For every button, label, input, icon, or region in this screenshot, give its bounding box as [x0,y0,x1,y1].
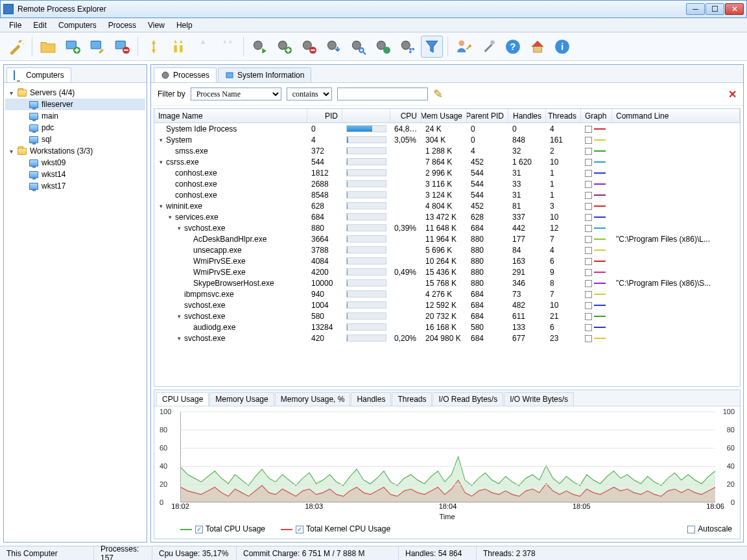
process-row[interactable]: ▾csrss.exe 544 7 864 K 452 1 620 10 [154,156,740,167]
refresh-button[interactable] [143,36,165,58]
gear-run-button[interactable] [248,36,270,58]
process-row[interactable]: ▾services.exe 684 13 472 K 628 337 10 [154,211,740,222]
user-key-button[interactable] [453,36,475,58]
menu-help[interactable]: Help [171,19,198,31]
graph-check[interactable] [585,335,592,342]
computers-tree[interactable]: ▾Servers (4/4)fileservermainpdcsql▾Works… [4,83,147,542]
info-button[interactable]: i [551,36,573,58]
process-row[interactable]: ▾svchost.exe 420 0,20% 204 980 K 684 677… [154,332,740,344]
edit-computer-button[interactable] [86,36,108,58]
process-row[interactable]: WmiPrvSE.exe 4084 10 264 K 880 163 6 [154,255,740,266]
chart-tab[interactable]: Memory Usage, % [275,392,351,406]
process-row[interactable]: ▾System 4 3,05% 304 K 0 848 161 [154,134,740,145]
chart-tab[interactable]: I/O Read Bytes/s [433,392,503,406]
chart-tab[interactable]: I/O Write Bytes/s [504,392,574,406]
refresh-all-button[interactable] [167,36,189,58]
process-row[interactable]: svchost.exe 1004 12 592 K 684 482 10 [154,299,740,310]
graph-check[interactable] [585,247,592,254]
chart-tab[interactable]: Threads [392,392,432,406]
graph-check[interactable] [585,313,592,320]
graph-check[interactable] [585,159,592,166]
column-header[interactable]: CPU [390,109,421,122]
process-row[interactable]: ▾svchost.exe 580 20 732 K 684 611 21 [154,310,740,321]
settings-button[interactable] [477,36,499,58]
column-header[interactable]: Image Name [154,109,307,122]
graph-check[interactable] [585,324,592,331]
chart-tab[interactable]: Memory Usage [209,392,274,406]
chart-tab[interactable]: Handles [351,392,391,406]
autoscale-check[interactable]: ✓ [687,526,695,533]
column-header[interactable]: Threads [546,109,581,122]
filter-field-select[interactable]: Process Name [191,88,281,100]
menu-computers[interactable]: Computers [53,19,102,31]
graph-check[interactable] [585,258,592,265]
graph-check[interactable] [585,280,592,287]
brush-icon[interactable]: ✎ [433,87,443,101]
tree-item[interactable]: wkst17 [5,180,145,192]
graph-check[interactable] [585,203,592,210]
filter-button[interactable] [421,36,443,58]
tree-item[interactable]: main [5,110,145,122]
tree-item[interactable]: ▾Workstations (3/3) [5,145,145,157]
gear-web-button[interactable] [372,36,394,58]
process-row[interactable]: unsecapp.exe 3788 5 696 K 880 84 4 [154,244,740,255]
process-row[interactable]: audiodg.exe 13284 16 168 K 580 133 6 [154,321,740,332]
close-button[interactable]: ✕ [725,3,744,15]
process-row[interactable]: conhost.exe 8548 3 124 K 544 31 1 [154,189,740,200]
tree-item[interactable]: pdc [5,122,145,134]
minimize-button[interactable]: ─ [686,3,705,15]
gear-tree-button[interactable] [396,36,418,58]
process-row[interactable]: smss.exe 372 1 288 K 4 32 2 [154,145,740,156]
add-computer-button[interactable] [62,36,84,58]
filter-value-input[interactable] [337,88,428,100]
gear-remove-button[interactable] [298,36,320,58]
gear-download-button[interactable] [322,36,344,58]
graph-check[interactable] [585,137,592,144]
process-row[interactable]: conhost.exe 2688 3 116 K 544 33 1 [154,178,740,189]
gear-search-button[interactable] [347,36,369,58]
filter-op-select[interactable]: contains [287,88,332,100]
home-button[interactable] [527,36,549,58]
graph-check[interactable] [585,269,592,276]
process-row[interactable]: ibmpmsvc.exe 940 4 276 K 684 73 7 [154,288,740,299]
menu-file[interactable]: File [4,19,27,31]
wizard-button[interactable] [5,36,27,58]
tree-item[interactable]: wkst14 [5,169,145,180]
process-row[interactable]: SkypeBrowserHost.exe 10000 15 768 K 880 … [154,277,740,288]
graph-check[interactable] [585,291,592,298]
tree-item[interactable]: ▾Servers (4/4) [5,87,145,99]
graph-check[interactable] [585,192,592,199]
process-row[interactable]: ▾svchost.exe 880 0,39% 11 648 K 684 442 … [154,222,740,233]
tree-item[interactable]: fileserver [5,99,145,110]
remove-computer-button[interactable] [111,36,133,58]
chart-tab[interactable]: CPU Usage [156,392,209,406]
graph-check[interactable] [585,126,592,133]
menu-edit[interactable]: Edit [28,19,52,31]
column-header[interactable]: Command Line [612,109,740,122]
menu-view[interactable]: View [143,19,170,31]
column-header[interactable] [342,109,390,122]
process-row[interactable]: conhost.exe 1812 2 996 K 544 31 1 [154,167,740,178]
help-button[interactable]: ? [502,36,524,58]
graph-check[interactable] [585,148,592,155]
legend-check-total[interactable]: ✓ [195,526,203,533]
maximize-button[interactable]: ☐ [706,3,724,15]
filter-close-icon[interactable]: ✕ [728,88,737,100]
column-header[interactable]: Parent PID [467,109,508,122]
column-header[interactable]: Mem Usage [421,109,467,122]
open-folder-button[interactable] [37,36,59,58]
graph-check[interactable] [585,225,592,232]
grid-body[interactable]: System Idle Process 0 64,83% 24 K 0 0 4 … [154,123,740,386]
tree-item[interactable]: wkst09 [5,157,145,169]
tab-processes[interactable]: Processes [154,67,217,82]
process-row[interactable]: ▾wininit.exe 628 4 804 K 452 81 3 [154,200,740,211]
graph-check[interactable] [585,181,592,188]
process-row[interactable]: WmiPrvSE.exe 4200 0,49% 15 436 K 880 291… [154,266,740,277]
column-header[interactable]: PID [307,109,342,122]
process-row[interactable]: AcDeskBandHlpr.exe 3664 11 964 K 880 177… [154,233,740,244]
graph-check[interactable] [585,214,592,221]
column-header[interactable]: Handles [508,109,546,122]
graph-check[interactable] [585,302,592,309]
menu-process[interactable]: Process [103,19,141,31]
graph-check[interactable] [585,236,592,243]
